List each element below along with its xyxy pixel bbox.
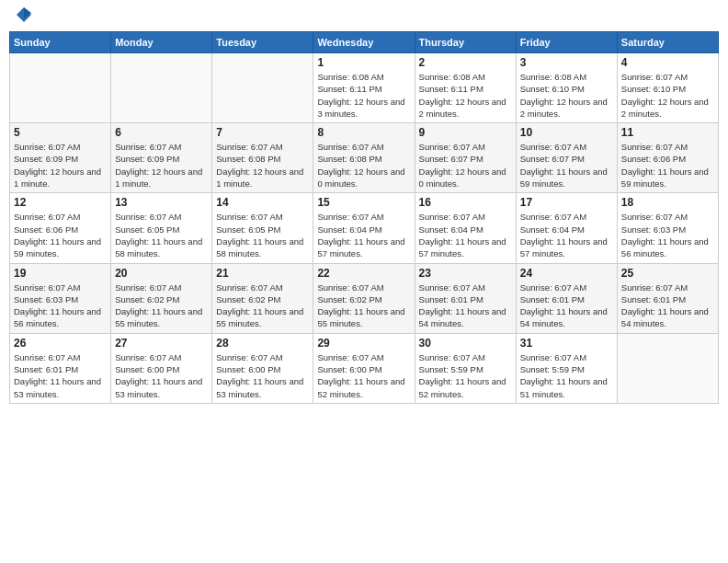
calendar-week-4: 19Sunrise: 6:07 AM Sunset: 6:03 PM Dayli… bbox=[10, 263, 719, 333]
calendar-cell: 5Sunrise: 6:07 AM Sunset: 6:09 PM Daylig… bbox=[10, 123, 111, 193]
page-header bbox=[9, 9, 719, 24]
day-number: 11 bbox=[621, 126, 714, 139]
calendar-cell: 24Sunrise: 6:07 AM Sunset: 6:01 PM Dayli… bbox=[516, 263, 617, 333]
calendar-cell: 13Sunrise: 6:07 AM Sunset: 6:05 PM Dayli… bbox=[111, 193, 212, 263]
calendar-cell: 19Sunrise: 6:07 AM Sunset: 6:03 PM Dayli… bbox=[10, 263, 111, 333]
day-number: 8 bbox=[317, 126, 410, 139]
weekday-header-thursday: Thursday bbox=[415, 32, 516, 53]
day-detail: Sunrise: 6:07 AM Sunset: 6:05 PM Dayligh… bbox=[115, 211, 208, 259]
logo-icon bbox=[15, 6, 33, 24]
day-detail: Sunrise: 6:07 AM Sunset: 6:01 PM Dayligh… bbox=[520, 282, 613, 330]
day-number: 17 bbox=[520, 196, 613, 209]
logo bbox=[13, 9, 33, 24]
calendar-cell bbox=[212, 53, 313, 123]
weekday-header-saturday: Saturday bbox=[617, 32, 718, 53]
weekday-header-wednesday: Wednesday bbox=[313, 32, 415, 53]
calendar-cell: 20Sunrise: 6:07 AM Sunset: 6:02 PM Dayli… bbox=[111, 263, 212, 333]
day-detail: Sunrise: 6:07 AM Sunset: 6:03 PM Dayligh… bbox=[621, 211, 714, 259]
calendar-cell bbox=[10, 53, 111, 123]
calendar-cell: 11Sunrise: 6:07 AM Sunset: 6:06 PM Dayli… bbox=[617, 123, 718, 193]
calendar-table: SundayMondayTuesdayWednesdayThursdayFrid… bbox=[9, 31, 719, 404]
calendar-cell: 31Sunrise: 6:07 AM Sunset: 5:59 PM Dayli… bbox=[516, 333, 617, 403]
calendar-cell: 1Sunrise: 6:08 AM Sunset: 6:11 PM Daylig… bbox=[313, 53, 415, 123]
day-number: 6 bbox=[115, 126, 208, 139]
calendar-cell: 14Sunrise: 6:07 AM Sunset: 6:05 PM Dayli… bbox=[212, 193, 313, 263]
calendar-cell: 7Sunrise: 6:07 AM Sunset: 6:08 PM Daylig… bbox=[212, 123, 313, 193]
calendar-cell: 17Sunrise: 6:07 AM Sunset: 6:04 PM Dayli… bbox=[516, 193, 617, 263]
day-detail: Sunrise: 6:07 AM Sunset: 6:01 PM Dayligh… bbox=[621, 282, 714, 330]
day-detail: Sunrise: 6:07 AM Sunset: 6:01 PM Dayligh… bbox=[14, 351, 107, 400]
calendar-cell: 12Sunrise: 6:07 AM Sunset: 6:06 PM Dayli… bbox=[10, 193, 111, 263]
calendar-cell: 25Sunrise: 6:07 AM Sunset: 6:01 PM Dayli… bbox=[617, 263, 718, 333]
day-number: 20 bbox=[115, 267, 208, 280]
day-detail: Sunrise: 6:07 AM Sunset: 6:02 PM Dayligh… bbox=[115, 282, 208, 330]
calendar-cell: 2Sunrise: 6:08 AM Sunset: 6:11 PM Daylig… bbox=[415, 53, 516, 123]
day-detail: Sunrise: 6:07 AM Sunset: 6:02 PM Dayligh… bbox=[317, 282, 410, 330]
day-number: 30 bbox=[419, 337, 512, 350]
day-number: 27 bbox=[115, 337, 208, 350]
day-detail: Sunrise: 6:07 AM Sunset: 6:09 PM Dayligh… bbox=[115, 141, 208, 190]
day-detail: Sunrise: 6:07 AM Sunset: 6:03 PM Dayligh… bbox=[14, 282, 107, 330]
day-number: 18 bbox=[621, 196, 714, 209]
day-detail: Sunrise: 6:08 AM Sunset: 6:10 PM Dayligh… bbox=[520, 71, 613, 120]
day-detail: Sunrise: 6:07 AM Sunset: 6:08 PM Dayligh… bbox=[216, 141, 309, 190]
day-detail: Sunrise: 6:07 AM Sunset: 6:00 PM Dayligh… bbox=[216, 351, 309, 400]
day-detail: Sunrise: 6:07 AM Sunset: 5:59 PM Dayligh… bbox=[520, 351, 613, 400]
day-number: 25 bbox=[621, 267, 714, 280]
weekday-header-sunday: Sunday bbox=[10, 32, 111, 53]
calendar-cell: 28Sunrise: 6:07 AM Sunset: 6:00 PM Dayli… bbox=[212, 333, 313, 403]
day-detail: Sunrise: 6:07 AM Sunset: 6:06 PM Dayligh… bbox=[14, 211, 107, 259]
weekday-header-tuesday: Tuesday bbox=[212, 32, 313, 53]
day-number: 13 bbox=[115, 196, 208, 209]
day-number: 22 bbox=[317, 267, 410, 280]
day-number: 2 bbox=[419, 56, 512, 69]
calendar-cell: 10Sunrise: 6:07 AM Sunset: 6:07 PM Dayli… bbox=[516, 123, 617, 193]
day-number: 23 bbox=[419, 267, 512, 280]
calendar-week-3: 12Sunrise: 6:07 AM Sunset: 6:06 PM Dayli… bbox=[10, 193, 719, 263]
day-number: 28 bbox=[216, 337, 309, 350]
day-detail: Sunrise: 6:07 AM Sunset: 6:04 PM Dayligh… bbox=[317, 211, 410, 259]
calendar-cell: 23Sunrise: 6:07 AM Sunset: 6:01 PM Dayli… bbox=[415, 263, 516, 333]
day-number: 24 bbox=[520, 267, 613, 280]
day-number: 16 bbox=[419, 196, 512, 209]
day-number: 19 bbox=[14, 267, 107, 280]
calendar-week-2: 5Sunrise: 6:07 AM Sunset: 6:09 PM Daylig… bbox=[10, 123, 719, 193]
calendar-cell: 6Sunrise: 6:07 AM Sunset: 6:09 PM Daylig… bbox=[111, 123, 212, 193]
day-detail: Sunrise: 6:07 AM Sunset: 6:02 PM Dayligh… bbox=[216, 282, 309, 330]
day-number: 10 bbox=[520, 126, 613, 139]
day-number: 4 bbox=[621, 56, 714, 69]
calendar-cell bbox=[111, 53, 212, 123]
calendar-cell: 15Sunrise: 6:07 AM Sunset: 6:04 PM Dayli… bbox=[313, 193, 415, 263]
calendar-cell: 4Sunrise: 6:07 AM Sunset: 6:10 PM Daylig… bbox=[617, 53, 718, 123]
day-number: 31 bbox=[520, 337, 613, 350]
calendar-cell: 16Sunrise: 6:07 AM Sunset: 6:04 PM Dayli… bbox=[415, 193, 516, 263]
calendar-cell: 27Sunrise: 6:07 AM Sunset: 6:00 PM Dayli… bbox=[111, 333, 212, 403]
day-detail: Sunrise: 6:07 AM Sunset: 6:04 PM Dayligh… bbox=[419, 211, 512, 259]
calendar-cell: 26Sunrise: 6:07 AM Sunset: 6:01 PM Dayli… bbox=[10, 333, 111, 403]
day-detail: Sunrise: 6:07 AM Sunset: 6:08 PM Dayligh… bbox=[317, 141, 410, 190]
calendar-cell: 21Sunrise: 6:07 AM Sunset: 6:02 PM Dayli… bbox=[212, 263, 313, 333]
weekday-header-friday: Friday bbox=[516, 32, 617, 53]
day-number: 14 bbox=[216, 196, 309, 209]
day-detail: Sunrise: 6:07 AM Sunset: 6:04 PM Dayligh… bbox=[520, 211, 613, 259]
day-detail: Sunrise: 6:07 AM Sunset: 6:05 PM Dayligh… bbox=[216, 211, 309, 259]
day-number: 26 bbox=[14, 337, 107, 350]
day-number: 7 bbox=[216, 126, 309, 139]
day-number: 12 bbox=[14, 196, 107, 209]
calendar-week-1: 1Sunrise: 6:08 AM Sunset: 6:11 PM Daylig… bbox=[10, 53, 719, 123]
calendar-cell: 9Sunrise: 6:07 AM Sunset: 6:07 PM Daylig… bbox=[415, 123, 516, 193]
calendar-cell: 18Sunrise: 6:07 AM Sunset: 6:03 PM Dayli… bbox=[617, 193, 718, 263]
day-number: 9 bbox=[419, 126, 512, 139]
calendar-week-5: 26Sunrise: 6:07 AM Sunset: 6:01 PM Dayli… bbox=[10, 333, 719, 403]
calendar-cell: 22Sunrise: 6:07 AM Sunset: 6:02 PM Dayli… bbox=[313, 263, 415, 333]
day-detail: Sunrise: 6:07 AM Sunset: 6:07 PM Dayligh… bbox=[520, 141, 613, 190]
calendar-cell: 29Sunrise: 6:07 AM Sunset: 6:00 PM Dayli… bbox=[313, 333, 415, 403]
day-detail: Sunrise: 6:07 AM Sunset: 6:01 PM Dayligh… bbox=[419, 282, 512, 330]
day-detail: Sunrise: 6:07 AM Sunset: 6:00 PM Dayligh… bbox=[317, 351, 410, 400]
day-number: 29 bbox=[317, 337, 410, 350]
day-detail: Sunrise: 6:07 AM Sunset: 6:00 PM Dayligh… bbox=[115, 351, 208, 400]
day-detail: Sunrise: 6:07 AM Sunset: 5:59 PM Dayligh… bbox=[419, 351, 512, 400]
calendar-cell: 3Sunrise: 6:08 AM Sunset: 6:10 PM Daylig… bbox=[516, 53, 617, 123]
calendar-cell: 8Sunrise: 6:07 AM Sunset: 6:08 PM Daylig… bbox=[313, 123, 415, 193]
calendar-cell: 30Sunrise: 6:07 AM Sunset: 5:59 PM Dayli… bbox=[415, 333, 516, 403]
